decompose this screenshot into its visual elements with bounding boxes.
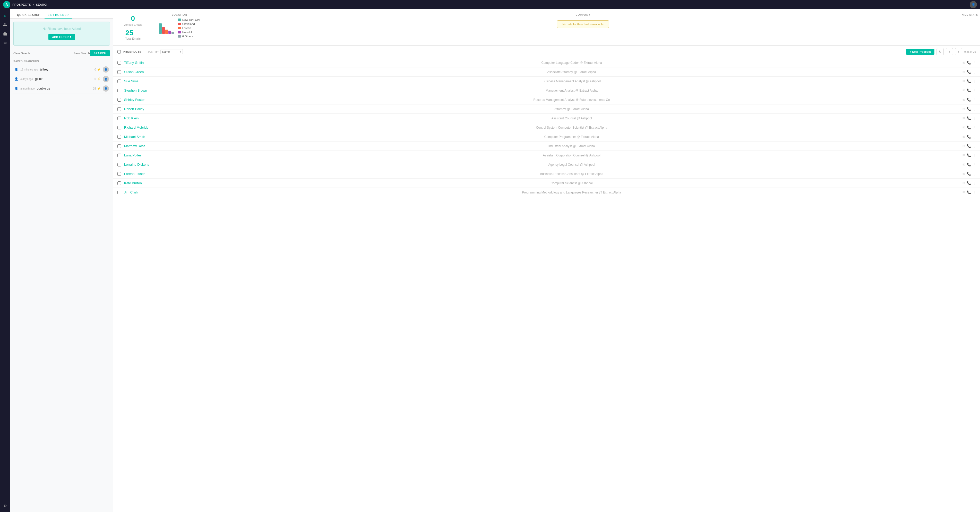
more-action-icon[interactable]: ⋮ bbox=[972, 181, 976, 185]
prospect-row[interactable]: Richard Mcbride Control System Computer … bbox=[113, 123, 980, 132]
prospect-row[interactable]: Jim Clark Programming Methodology and La… bbox=[113, 188, 980, 197]
search-filter-box: No Filters have been Added ADD FILTER ▾ bbox=[13, 22, 110, 46]
more-action-icon[interactable]: ⋮ bbox=[972, 172, 976, 176]
phone-action-icon[interactable]: 📞 bbox=[967, 190, 971, 194]
phone-action-icon[interactable]: 📞 bbox=[967, 107, 971, 111]
saved-search-item[interactable]: 👤 4 days ago g+init 0 ⚡ 👤 bbox=[13, 75, 110, 84]
prospect-checkbox[interactable] bbox=[118, 181, 121, 185]
select-all-checkbox[interactable] bbox=[118, 50, 121, 54]
more-action-icon[interactable]: ⋮ bbox=[972, 79, 976, 83]
prev-page-button[interactable]: ‹ bbox=[946, 48, 953, 55]
prospect-checkbox[interactable] bbox=[118, 135, 121, 139]
envelope-action-icon[interactable]: ✉ bbox=[963, 70, 965, 74]
prospect-row[interactable]: Stephen Brown Management Analyst @ Extra… bbox=[113, 86, 980, 95]
prospect-checkbox[interactable] bbox=[118, 191, 121, 194]
prospect-checkbox[interactable] bbox=[118, 79, 121, 83]
envelope-action-icon[interactable]: ✉ bbox=[963, 172, 965, 176]
phone-action-icon[interactable]: 📞 bbox=[967, 135, 971, 139]
prospect-checkbox[interactable] bbox=[118, 144, 121, 148]
prospect-checkbox[interactable] bbox=[118, 98, 121, 101]
prospect-row[interactable]: Luna Polley Assistant Corporation Counse… bbox=[113, 151, 980, 160]
hide-stats-button[interactable]: HIDE STATS bbox=[960, 9, 980, 45]
refresh-button[interactable]: ↻ bbox=[937, 48, 944, 55]
avatar[interactable]: 👤 bbox=[970, 1, 977, 8]
phone-action-icon[interactable]: 📞 bbox=[967, 61, 971, 65]
search-button[interactable]: SEARCH bbox=[90, 50, 110, 56]
prospect-row[interactable]: Kate Burton Computer Scientist @ Ashpool… bbox=[113, 179, 980, 188]
more-action-icon[interactable]: ⋮ bbox=[972, 163, 976, 166]
phone-action-icon[interactable]: 📞 bbox=[967, 125, 971, 129]
prospect-row[interactable]: Lorraine Dickens Agency Legal Counsel @ … bbox=[113, 160, 980, 169]
sidebar-icon-envelope[interactable]: ✉ bbox=[1, 39, 9, 48]
envelope-action-icon[interactable]: ✉ bbox=[963, 79, 965, 83]
more-action-icon[interactable]: ⋮ bbox=[972, 70, 976, 74]
prospect-name: Tiffany Griffin bbox=[124, 61, 181, 65]
prospect-checkbox[interactable] bbox=[118, 70, 121, 74]
more-action-icon[interactable]: ⋮ bbox=[972, 125, 976, 129]
phone-action-icon[interactable]: 📞 bbox=[967, 153, 971, 157]
envelope-action-icon[interactable]: ✉ bbox=[963, 144, 965, 148]
more-action-icon[interactable]: ⋮ bbox=[972, 107, 976, 111]
prospect-checkbox[interactable] bbox=[118, 163, 121, 166]
clear-search-button[interactable]: Clear Search bbox=[13, 52, 30, 55]
prospect-row[interactable]: Robert Bailey Attorney @ Extract Alpha ✉… bbox=[113, 105, 980, 114]
sort-select[interactable]: Name Date Added Company bbox=[161, 49, 183, 54]
envelope-action-icon[interactable]: ✉ bbox=[963, 98, 965, 101]
sidebar-icon-settings[interactable]: ⚙ bbox=[1, 502, 9, 510]
prospect-row[interactable]: Susan Green Associate Attorney @ Extract… bbox=[113, 67, 980, 77]
prospect-checkbox[interactable] bbox=[118, 89, 121, 92]
prospect-checkbox[interactable] bbox=[118, 107, 121, 111]
prospect-checkbox[interactable] bbox=[118, 117, 121, 120]
prospect-row[interactable]: Tiffany Griffin Computer Language Coder … bbox=[113, 58, 980, 67]
more-action-icon[interactable]: ⋮ bbox=[972, 135, 976, 139]
prospect-checkbox[interactable] bbox=[118, 154, 121, 157]
more-action-icon[interactable]: ⋮ bbox=[972, 116, 976, 120]
more-action-icon[interactable]: ⋮ bbox=[972, 61, 976, 65]
more-action-icon[interactable]: ⋮ bbox=[972, 153, 976, 157]
phone-action-icon[interactable]: 📞 bbox=[967, 79, 971, 83]
add-filter-button[interactable]: ADD FILTER ▾ bbox=[48, 34, 75, 40]
envelope-action-icon[interactable]: ✉ bbox=[963, 153, 965, 157]
envelope-action-icon[interactable]: ✉ bbox=[963, 125, 965, 129]
tab-quick-search[interactable]: QUICK SEARCH bbox=[14, 12, 43, 19]
envelope-action-icon[interactable]: ✉ bbox=[963, 116, 965, 120]
prospect-checkbox[interactable] bbox=[118, 61, 121, 65]
prospect-row[interactable]: Matthew Ross Industrial Analyst @ Extrac… bbox=[113, 141, 980, 151]
prospect-checkbox[interactable] bbox=[118, 126, 121, 129]
envelope-action-icon[interactable]: ✉ bbox=[963, 107, 965, 111]
sidebar-icon-briefcase[interactable] bbox=[1, 30, 9, 38]
more-action-icon[interactable]: ⋮ bbox=[972, 144, 976, 148]
saved-search-item[interactable]: 👤 15 minutes ago jeffrey 0 ⚡ 👤 bbox=[13, 65, 110, 75]
phone-action-icon[interactable]: 📞 bbox=[967, 89, 971, 92]
more-action-icon[interactable]: ⋮ bbox=[972, 98, 976, 101]
envelope-action-icon[interactable]: ✉ bbox=[963, 163, 965, 166]
phone-action-icon[interactable]: 📞 bbox=[967, 163, 971, 166]
prospect-row[interactable]: Rob Klein Assistant Counsel @ Ashpool ✉ … bbox=[113, 114, 980, 123]
save-search-button[interactable]: Save Search bbox=[74, 50, 90, 56]
envelope-action-icon[interactable]: ✉ bbox=[963, 181, 965, 185]
prospect-row[interactable]: Shirley Foster Records Management Analys… bbox=[113, 95, 980, 105]
new-prospect-button[interactable]: + New Prospect bbox=[906, 49, 934, 55]
envelope-action-icon[interactable]: ✉ bbox=[963, 135, 965, 139]
phone-action-icon[interactable]: 📞 bbox=[967, 172, 971, 176]
envelope-action-icon[interactable]: ✉ bbox=[963, 190, 965, 194]
prospect-row[interactable]: Lorena Fisher Business Process Consultan… bbox=[113, 169, 980, 179]
more-action-icon[interactable]: ⋮ bbox=[972, 190, 976, 194]
company-stats: COMPANY No data for this chart is availa… bbox=[206, 9, 960, 45]
envelope-action-icon[interactable]: ✉ bbox=[963, 61, 965, 65]
phone-action-icon[interactable]: 📞 bbox=[967, 70, 971, 74]
prospect-checkbox[interactable] bbox=[118, 172, 121, 176]
prospect-row[interactable]: Michael Smith Computer Programmer @ Extr… bbox=[113, 132, 980, 141]
phone-action-icon[interactable]: 📞 bbox=[967, 116, 971, 120]
saved-search-item[interactable]: 👤 a month ago double gs 25 ⚡ 👤 bbox=[13, 84, 110, 94]
sidebar-icon-users[interactable] bbox=[1, 21, 9, 29]
phone-action-icon[interactable]: 📞 bbox=[967, 144, 971, 148]
prospect-row[interactable]: Sue Sims Business Management Analyst @ A… bbox=[113, 77, 980, 86]
phone-action-icon[interactable]: 📞 bbox=[967, 98, 971, 101]
envelope-action-icon[interactable]: ✉ bbox=[963, 89, 965, 92]
more-action-icon[interactable]: ⋮ bbox=[972, 89, 976, 92]
phone-action-icon[interactable]: 📞 bbox=[967, 181, 971, 185]
next-page-button[interactable]: › bbox=[955, 48, 962, 55]
sidebar-icon-home[interactable]: ⌂ bbox=[1, 11, 9, 19]
tab-list-builder[interactable]: LIST BUILDER bbox=[45, 12, 72, 19]
